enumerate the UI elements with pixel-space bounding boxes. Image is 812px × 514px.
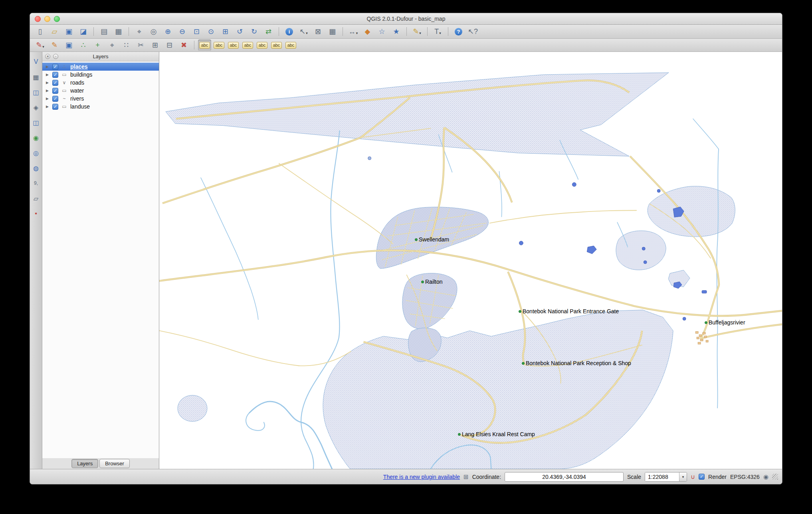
float-panel-icon[interactable]: ▫ — [53, 54, 58, 59]
scale-magnet-icon[interactable]: ∪ — [691, 473, 695, 480]
zoom-out-button[interactable]: ⊖ — [176, 26, 189, 37]
save-layer-edits-button[interactable]: ▣ — [62, 40, 75, 51]
add-raster-layer-button[interactable]: ▦ — [31, 72, 41, 82]
current-edits-button[interactable]: ✎▾ — [34, 40, 47, 51]
layer-checkbox[interactable]: ✓ — [52, 72, 58, 78]
layer-checkbox[interactable]: ✓ — [52, 80, 58, 86]
add-wcs-layer-button[interactable]: ◎ — [31, 148, 41, 158]
labeling-options-button[interactable]: abc — [198, 40, 211, 51]
map-tips-button[interactable]: ◆ — [361, 26, 374, 37]
new-project-button[interactable]: ▯ — [34, 26, 47, 37]
save-project-button[interactable]: ▣ — [62, 26, 75, 37]
expand-arrow-icon[interactable]: ▶ — [46, 65, 50, 69]
save-project-as-button[interactable]: ◪ — [77, 26, 90, 37]
open-project-button[interactable]: ▱ — [48, 26, 61, 37]
new-bookmark-button[interactable]: ☆ — [375, 26, 388, 37]
zoom-in-button[interactable]: ⊕ — [161, 26, 174, 37]
add-wfs-layer-button[interactable]: ◍ — [31, 163, 41, 173]
layer-checkbox[interactable]: ✓ — [52, 88, 58, 94]
chevron-down-icon[interactable]: ▾ — [439, 31, 441, 37]
expand-arrow-icon[interactable]: ▶ — [46, 105, 50, 109]
measure-button[interactable]: ↔▾ — [347, 26, 360, 37]
add-wms-layer-button[interactable]: ◉ — [31, 132, 41, 143]
refresh-map-button[interactable]: ⇄ — [262, 26, 275, 37]
remove-layer-group-button[interactable]: ▪ — [31, 208, 41, 219]
pan-map-button[interactable]: ⌖ — [133, 26, 146, 37]
chevron-down-icon[interactable]: ▾ — [306, 31, 308, 37]
composer-manager-button[interactable]: ▦ — [112, 26, 125, 37]
map-canvas[interactable]: Swellendam Railton Bontebok National Par… — [159, 52, 782, 469]
scale-input[interactable] — [645, 472, 679, 481]
highlight-labels-button[interactable]: abc — [241, 40, 254, 51]
digitize-segment-button[interactable]: ∴ — [77, 40, 90, 51]
layer-item-water[interactable]: ▶ ✓ ▭ water — [42, 87, 159, 95]
label-properties-button[interactable]: abc — [284, 40, 297, 51]
cut-features-button[interactable]: ✂ — [134, 40, 147, 51]
layer-checkbox[interactable]: ✓ — [52, 96, 58, 102]
zoom-to-selection-button[interactable]: ⊙ — [204, 26, 218, 37]
copy-features-button[interactable]: ⊞ — [149, 40, 162, 51]
crs-globe-icon[interactable]: ◉ — [763, 473, 768, 480]
zoom-last-button[interactable]: ↺ — [233, 26, 246, 37]
select-features-button[interactable]: ↖▾ — [297, 26, 310, 37]
add-postgis-layer-button[interactable]: ◫ — [31, 87, 41, 97]
layer-item-rivers[interactable]: ▶ ✓ ~ rivers — [42, 95, 159, 103]
delete-selected-button[interactable]: ✖ — [177, 40, 190, 51]
add-feature-button[interactable]: + — [91, 40, 104, 51]
zoom-window-button[interactable] — [54, 16, 60, 22]
crs-status-text[interactable]: EPSG:4326 — [730, 474, 760, 480]
tab-browser[interactable]: Browser — [99, 459, 130, 468]
resize-grip[interactable] — [772, 474, 778, 480]
render-checkbox[interactable]: ✓ — [699, 474, 705, 480]
toggle-editing-button[interactable]: ✎ — [48, 40, 61, 51]
layers-panel-header[interactable]: Layers ✕ ▫ — [42, 52, 159, 61]
scale-combo[interactable]: ▾ — [645, 472, 687, 482]
new-print-composer-button[interactable]: ▤ — [97, 26, 111, 37]
deselect-features-button[interactable]: ⊠ — [311, 26, 325, 37]
paste-features-button[interactable]: ⊟ — [163, 40, 176, 51]
layer-checkbox[interactable]: ✓ — [52, 104, 58, 110]
title-bar[interactable]: QGIS 2.0.1-Dufour - basic_map — [30, 13, 782, 25]
pin-labels-button[interactable]: abc — [227, 40, 240, 51]
expand-arrow-icon[interactable]: ▶ — [46, 89, 50, 93]
text-annotation-button[interactable]: T▾ — [431, 26, 444, 37]
new-plugin-link[interactable]: There is a new plugin available — [383, 474, 460, 480]
chevron-down-icon[interactable]: ▾ — [419, 31, 421, 37]
whats-this-button[interactable]: ↖? — [466, 26, 479, 37]
expand-arrow-icon[interactable]: ▶ — [46, 73, 50, 77]
chevron-down-icon[interactable]: ▾ — [356, 31, 358, 37]
tab-layers[interactable]: Layers — [71, 459, 98, 468]
identify-features-button[interactable]: i — [283, 26, 296, 37]
new-label-button[interactable]: abc — [212, 40, 226, 51]
coordinate-input[interactable] — [505, 472, 624, 482]
add-spatialite-layer-button[interactable]: ◈ — [31, 102, 41, 113]
layer-checkbox[interactable]: ✓ — [52, 64, 58, 70]
layer-item-landuse[interactable]: ▶ ✓ ▭ landuse — [42, 103, 159, 111]
annotation-button[interactable]: ✎▾ — [410, 26, 424, 37]
pan-to-selection-button[interactable]: ◎ — [147, 26, 160, 37]
add-delimited-text-button[interactable]: 9, — [31, 178, 41, 188]
move-label-button[interactable]: abc — [255, 40, 269, 51]
chevron-down-icon[interactable]: ▾ — [42, 45, 44, 51]
minimize-window-button[interactable] — [44, 16, 50, 22]
add-vector-layer-button[interactable]: V — [31, 57, 41, 67]
help-button[interactable]: ? — [452, 26, 465, 37]
node-tool-button[interactable]: ∷ — [120, 40, 133, 51]
close-window-button[interactable] — [35, 16, 41, 22]
layer-item-places[interactable]: ▶ ✓ ∴ places — [42, 63, 159, 71]
zoom-next-button[interactable]: ↻ — [248, 26, 261, 37]
show-bookmarks-button[interactable]: ★ — [390, 26, 403, 37]
expand-arrow-icon[interactable]: ▶ — [46, 81, 50, 85]
chevron-down-icon[interactable]: ▾ — [679, 472, 687, 481]
expand-arrow-icon[interactable]: ▶ — [46, 97, 50, 101]
zoom-full-button[interactable]: ⊡ — [190, 26, 203, 37]
new-shapefile-layer-button[interactable]: ▱ — [31, 193, 41, 204]
layer-item-buildings[interactable]: ▶ ✓ ▭ buildings — [42, 71, 159, 79]
layer-item-roads[interactable]: ▶ ✓ ∨ roads — [42, 79, 159, 87]
plugin-icon[interactable]: ⊞ — [463, 473, 469, 480]
add-mssql-layer-button[interactable]: ◫ — [31, 117, 41, 128]
move-feature-button[interactable]: ⌖ — [105, 40, 119, 51]
rotate-label-button[interactable]: abc — [270, 40, 283, 51]
open-attribute-table-button[interactable]: ▦ — [326, 26, 339, 37]
close-panel-icon[interactable]: ✕ — [45, 54, 50, 59]
